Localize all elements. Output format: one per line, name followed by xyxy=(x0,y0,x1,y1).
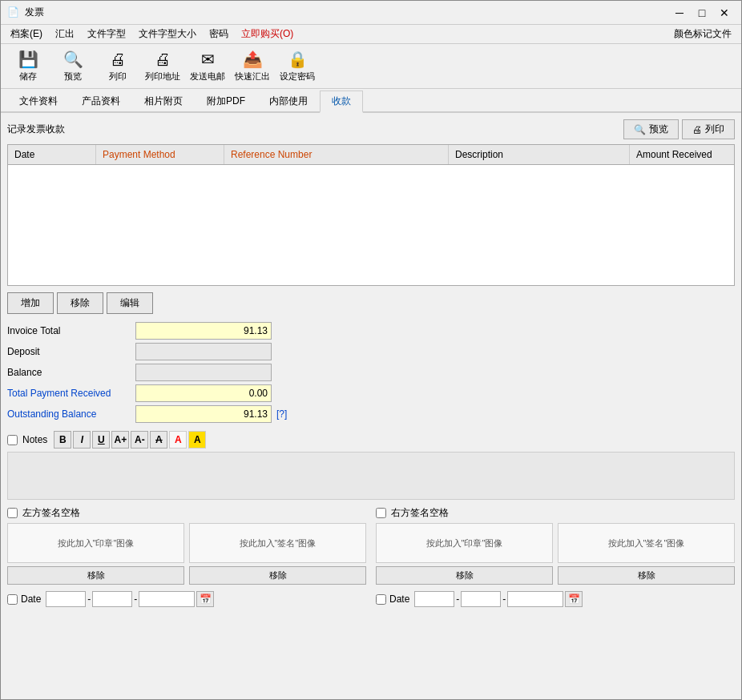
underline-button[interactable]: U xyxy=(92,431,110,449)
invoice-total-input[interactable] xyxy=(135,322,272,340)
print-addr-button[interactable]: 🖨 列印地址 xyxy=(142,47,183,86)
remove-button[interactable]: 移除 xyxy=(57,292,103,314)
date-left-year[interactable] xyxy=(139,591,195,607)
tab-photo[interactable]: 相片附页 xyxy=(132,91,195,111)
toolbar: 💾 储存 🔍 预览 🖨 列印 🖨 列印地址 ✉ 发送电邮 📤 快速汇出 🔒 设定… xyxy=(1,44,741,89)
notes-toolbar: Notes B I U A+ A- A A A xyxy=(7,431,735,449)
date-left-sep2: - xyxy=(134,593,137,605)
sig-right-boxes: 按此加入"印章"图像 按此加入"签名"图像 xyxy=(376,523,735,563)
minimize-button[interactable]: ─ xyxy=(669,5,690,21)
section-print-icon: 🖨 xyxy=(692,124,702,135)
save-button[interactable]: 💾 储存 xyxy=(7,47,49,86)
total-payment-label: Total Payment Received xyxy=(7,388,135,399)
date-left-sep1: - xyxy=(87,593,91,605)
font-decrease-button[interactable]: A- xyxy=(131,431,148,449)
tab-file-info[interactable]: 文件资料 xyxy=(7,91,70,111)
font-color-button[interactable]: A xyxy=(169,431,187,449)
date-left-checkbox[interactable] xyxy=(7,594,18,605)
financial-section: Invoice Total Deposit Balance Total Paym… xyxy=(7,322,735,423)
sig-left-sign-button[interactable]: 按此加入"签名"图像 xyxy=(189,523,366,563)
save-icon: 💾 xyxy=(18,50,38,69)
print-addr-label: 列印地址 xyxy=(145,70,180,82)
email-button[interactable]: ✉ 发送电邮 xyxy=(187,47,228,86)
sig-left-stamp-button[interactable]: 按此加入"印章"图像 xyxy=(7,523,184,563)
sig-left: 左方签名空格 按此加入"印章"图像 按此加入"签名"图像 移除 移除 xyxy=(7,506,366,585)
print-label: 列印 xyxy=(109,70,127,82)
date-right-calendar-button[interactable]: 📅 xyxy=(565,591,583,607)
sig-left-checkbox[interactable] xyxy=(7,508,18,518)
notes-textarea[interactable] xyxy=(7,452,735,500)
maximize-button[interactable]: □ xyxy=(692,5,712,21)
preview-icon: 🔍 xyxy=(63,50,83,69)
table-body xyxy=(8,165,734,285)
sig-left-remove-stamp-button[interactable]: 移除 xyxy=(7,566,184,585)
menu-color-tag[interactable]: 颜色标记文件 xyxy=(667,26,738,42)
help-link[interactable]: [?] xyxy=(276,408,287,420)
menu-buy[interactable]: 立即购买(O) xyxy=(235,26,300,42)
sig-right-sign-button[interactable]: 按此加入"签名"图像 xyxy=(558,523,735,563)
sig-right-remove-row: 移除 移除 xyxy=(376,566,735,585)
italic-button[interactable]: I xyxy=(73,431,91,449)
sig-right: 右方签名空格 按此加入"印章"图像 按此加入"签名"图像 移除 移除 xyxy=(376,506,735,585)
deposit-input[interactable] xyxy=(135,343,272,360)
date-left-day[interactable] xyxy=(46,591,86,607)
sig-left-title: 左方签名空格 xyxy=(22,506,80,520)
table-header: Date Payment Method Reference Number Des… xyxy=(8,145,734,165)
close-button[interactable]: ✕ xyxy=(714,5,735,21)
date-left-month[interactable] xyxy=(92,591,132,607)
tab-internal[interactable]: 内部使用 xyxy=(257,91,320,111)
outstanding-input[interactable] xyxy=(135,405,272,423)
action-buttons: 增加 移除 编辑 xyxy=(7,292,735,314)
tab-payment[interactable]: 收款 xyxy=(320,91,363,113)
sig-right-stamp-button[interactable]: 按此加入"印章"图像 xyxy=(376,523,553,563)
password-icon: 🔒 xyxy=(288,50,308,69)
sig-right-header: 右方签名空格 xyxy=(376,506,735,520)
save-label: 储存 xyxy=(19,70,37,82)
font-increase-button[interactable]: A+ xyxy=(111,431,129,449)
menu-export[interactable]: 汇出 xyxy=(49,26,81,42)
tab-product[interactable]: 产品资料 xyxy=(70,91,132,111)
quick-export-label: 快速汇出 xyxy=(235,70,270,82)
sig-right-remove-sign-button[interactable]: 移除 xyxy=(558,566,735,585)
balance-input[interactable] xyxy=(135,364,272,381)
menu-file[interactable]: 档案(E) xyxy=(4,26,49,42)
total-payment-input[interactable] xyxy=(135,384,272,402)
section-preview-button[interactable]: 🔍 预览 xyxy=(623,119,679,139)
print-icon: 🖨 xyxy=(110,50,126,69)
date-right-month[interactable] xyxy=(461,591,501,607)
preview-label: 预览 xyxy=(64,70,82,82)
notes-checkbox[interactable] xyxy=(7,435,18,445)
balance-label: Balance xyxy=(7,367,135,378)
print-addr-icon: 🖨 xyxy=(155,50,171,69)
sig-right-checkbox[interactable] xyxy=(376,508,386,518)
sig-left-remove-sign-button[interactable]: 移除 xyxy=(189,566,366,585)
quick-export-button[interactable]: 📤 快速汇出 xyxy=(232,47,273,86)
date-right-day[interactable] xyxy=(414,591,454,607)
edit-button[interactable]: 编辑 xyxy=(107,292,153,314)
menu-font-size[interactable]: 文件字型大小 xyxy=(132,26,203,42)
app-icon: 📄 xyxy=(7,6,20,19)
print-button[interactable]: 🖨 列印 xyxy=(97,47,139,86)
app-window: 📄 发票 ─ □ ✕ 档案(E) 汇出 文件字型 文件字型大小 密码 立即购买(… xyxy=(0,0,742,700)
date-right-year[interactable] xyxy=(507,591,563,607)
section-print-label: 列印 xyxy=(705,123,724,136)
date-right-checkbox[interactable] xyxy=(376,594,386,605)
preview-button[interactable]: 🔍 预览 xyxy=(52,47,94,86)
notes-section: Notes B I U A+ A- A A A xyxy=(7,431,735,500)
col-description: Description xyxy=(449,145,630,164)
tab-extra-pdf[interactable]: 附加PDF xyxy=(195,91,257,111)
menu-font[interactable]: 文件字型 xyxy=(81,26,132,42)
outstanding-label: Outstanding Balance xyxy=(7,408,135,420)
menu-password[interactable]: 密码 xyxy=(203,26,235,42)
font-reset-button[interactable]: A xyxy=(150,431,167,449)
date-left-calendar-button[interactable]: 📅 xyxy=(196,591,214,607)
col-date: Date xyxy=(8,145,96,164)
balance-row: Balance xyxy=(7,364,735,381)
add-button[interactable]: 增加 xyxy=(7,292,54,314)
sig-right-remove-stamp-button[interactable]: 移除 xyxy=(376,566,553,585)
bold-button[interactable]: B xyxy=(54,431,71,449)
password-button[interactable]: 🔒 设定密码 xyxy=(276,47,318,86)
sig-left-header: 左方签名空格 xyxy=(7,506,366,520)
section-print-button[interactable]: 🖨 列印 xyxy=(682,119,735,139)
font-highlight-button[interactable]: A xyxy=(188,431,206,449)
